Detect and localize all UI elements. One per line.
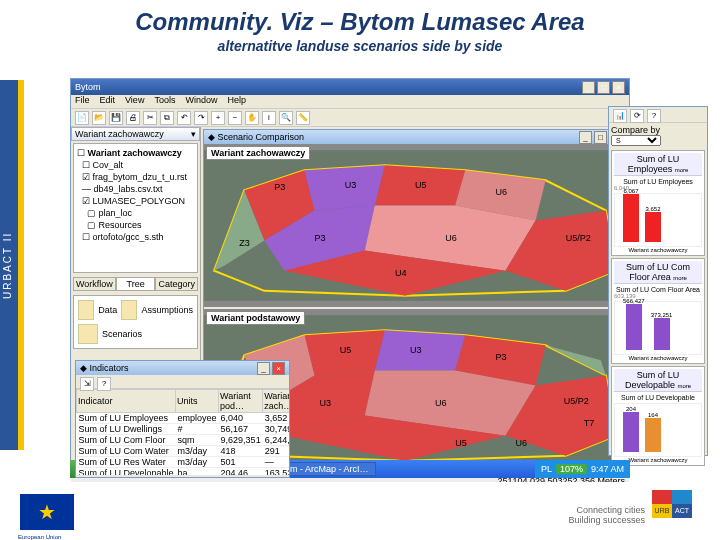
- data-label: Data: [98, 305, 117, 315]
- tree-item[interactable]: ▢ plan_loc: [77, 207, 194, 219]
- col-header[interactable]: Units: [176, 390, 219, 413]
- scenarios-label: Scenarios: [102, 329, 142, 339]
- tree-item[interactable]: ▢ Resources: [77, 219, 194, 231]
- chart-header[interactable]: Sum of LU Com Floor Area more: [614, 261, 702, 284]
- workflow-panel: Data Assumptions Scenarios: [73, 295, 198, 349]
- comparison-title: Scenario Comparison: [218, 132, 305, 142]
- tree-item[interactable]: ☐ Cov_alt: [77, 159, 194, 171]
- menu-tools[interactable]: Tools: [154, 95, 175, 108]
- table-row[interactable]: Sum of LU Dwellings#56,16730,749: [77, 424, 290, 435]
- sidebar-brand: URBACT II: [0, 80, 18, 450]
- tree-item[interactable]: ☐ ortofoto/gcc_s.sth: [77, 231, 194, 243]
- menu-file[interactable]: File: [75, 95, 90, 108]
- minimize-icon[interactable]: _: [579, 131, 592, 144]
- chart-title: Sum of LU Developable: [614, 394, 702, 401]
- refresh-icon[interactable]: ⟳: [630, 109, 644, 123]
- help-icon[interactable]: ?: [97, 377, 111, 391]
- title-text: Community. Viz – Bytom Lumasec Area: [0, 8, 720, 36]
- menu-edit[interactable]: Edit: [100, 95, 116, 108]
- new-icon[interactable]: 📄: [75, 111, 89, 125]
- comparison-titlebar[interactable]: ◆ Scenario Comparison _□×: [204, 130, 626, 144]
- chart-bar: [645, 212, 661, 242]
- menu-help[interactable]: Help: [227, 95, 246, 108]
- chart-bar: [645, 418, 661, 452]
- identify-icon[interactable]: i: [262, 111, 276, 125]
- svg-text:U6: U6: [515, 438, 527, 448]
- tree-panel-header[interactable]: Wariant zachowawczy ▾: [71, 127, 200, 141]
- svg-text:P3: P3: [315, 233, 326, 243]
- tab-category[interactable]: Category: [155, 277, 198, 291]
- chart-area: 204164: [614, 403, 702, 457]
- svg-text:U6: U6: [445, 233, 457, 243]
- scenarios-icon[interactable]: [78, 324, 98, 344]
- chart-bar: [626, 304, 642, 350]
- chart-header[interactable]: Sum of LU Employees more: [614, 153, 702, 176]
- save-icon[interactable]: 💾: [109, 111, 123, 125]
- tree-item[interactable]: ☑ frag_bytom_dzu_t_u.rst: [77, 171, 194, 183]
- table-row[interactable]: Sum of LU Developableha204.46163.52: [77, 468, 290, 476]
- lang-indicator[interactable]: PL: [541, 464, 552, 474]
- clock: 9:47 AM: [591, 464, 624, 474]
- assumptions-label: Assumptions: [141, 305, 193, 315]
- maximize-icon[interactable]: □: [594, 131, 607, 144]
- table-row[interactable]: Sum of LU Com Floorsqm9,629,3516,244,955: [77, 435, 290, 446]
- svg-text:U6: U6: [435, 398, 447, 408]
- compare-select[interactable]: S: [611, 135, 661, 146]
- data-icon[interactable]: [78, 300, 94, 320]
- footer-tagline: Connecting citiesBuilding successes: [568, 506, 645, 526]
- tree-root[interactable]: ☐ Wariant zachowawczy: [77, 147, 194, 159]
- slide-title: Community. Viz – Bytom Lumasec Area alte…: [0, 0, 720, 56]
- zoom-indicator[interactable]: 107%: [556, 464, 587, 474]
- print-icon[interactable]: 🖨: [126, 111, 140, 125]
- zoom-in-icon[interactable]: +: [211, 111, 225, 125]
- col-header[interactable]: Wariant pod…: [219, 390, 263, 413]
- col-header[interactable]: Indicator: [77, 390, 176, 413]
- chart-bar: [623, 412, 639, 452]
- chevron-down-icon[interactable]: ▾: [191, 129, 196, 139]
- tab-tree[interactable]: Tree: [116, 277, 156, 291]
- menu-view[interactable]: View: [125, 95, 144, 108]
- minimize-icon[interactable]: _: [582, 81, 595, 94]
- maximize-icon[interactable]: □: [597, 81, 610, 94]
- redo-icon[interactable]: ↷: [194, 111, 208, 125]
- svg-text:U3: U3: [320, 398, 332, 408]
- indicators-titlebar[interactable]: ◆ Indicators _×: [76, 361, 289, 375]
- tab-workflow[interactable]: Workflow: [73, 277, 116, 291]
- pan-icon[interactable]: ✋: [245, 111, 259, 125]
- svg-text:U5: U5: [455, 438, 467, 448]
- find-icon[interactable]: 🔍: [279, 111, 293, 125]
- minimize-icon[interactable]: _: [257, 362, 270, 375]
- zoom-out-icon[interactable]: −: [228, 111, 242, 125]
- menu-window[interactable]: Window: [185, 95, 217, 108]
- map-svg-top: P3 U3 U5 U6 P3 Z3 U6 U5/P2 U4: [204, 144, 626, 307]
- chart-icon[interactable]: 📊: [613, 109, 627, 123]
- charts-panel: 📊 ⟳ ? Compare by S Sum of LU Employees m…: [608, 106, 708, 456]
- system-tray[interactable]: PL 107% 9:47 AM: [535, 460, 630, 478]
- chart-box: Sum of LU Employees more Sum of LU Emplo…: [611, 150, 705, 256]
- chart-bar: [623, 194, 639, 242]
- measure-icon[interactable]: 📏: [296, 111, 310, 125]
- indicators-table: IndicatorUnitsWariant pod…Wariant zach… …: [76, 389, 289, 475]
- chart-header[interactable]: Sum of LU Developable more: [614, 369, 702, 392]
- svg-text:U3: U3: [345, 180, 357, 190]
- copy-icon[interactable]: ⧉: [160, 111, 174, 125]
- table-row[interactable]: Sum of LU Com Waterm3/day418291: [77, 446, 290, 457]
- undo-icon[interactable]: ↶: [177, 111, 191, 125]
- open-icon[interactable]: 📂: [92, 111, 106, 125]
- tree-item[interactable]: ☑ LUMASEC_POLYGON: [77, 195, 194, 207]
- table-row[interactable]: Sum of LU Res Waterm3/day501—: [77, 457, 290, 468]
- table-row[interactable]: Sum of LU Employeesemployee6,0403,652: [77, 413, 290, 424]
- tree-item[interactable]: — db49_labs.csv.txt: [77, 183, 194, 195]
- slide-footer: ★ European Union Connecting citiesBuildi…: [0, 482, 720, 540]
- cut-icon[interactable]: ✂: [143, 111, 157, 125]
- assumptions-icon[interactable]: [121, 300, 137, 320]
- map-top[interactable]: Wariant zachowawczy P3 U3 U5 U6 P3 Z3 U6…: [204, 144, 626, 307]
- layer-tree[interactable]: ☐ Wariant zachowawczy ☐ Cov_alt ☑ frag_b…: [73, 143, 198, 273]
- close-icon[interactable]: ×: [612, 81, 625, 94]
- compare-label: Compare by: [611, 125, 660, 135]
- col-header[interactable]: Wariant zach…: [263, 390, 289, 413]
- export-icon[interactable]: ⇲: [80, 377, 94, 391]
- window-titlebar[interactable]: Bytom _ □ ×: [71, 79, 629, 95]
- help-icon[interactable]: ?: [647, 109, 661, 123]
- close-icon[interactable]: ×: [272, 362, 285, 375]
